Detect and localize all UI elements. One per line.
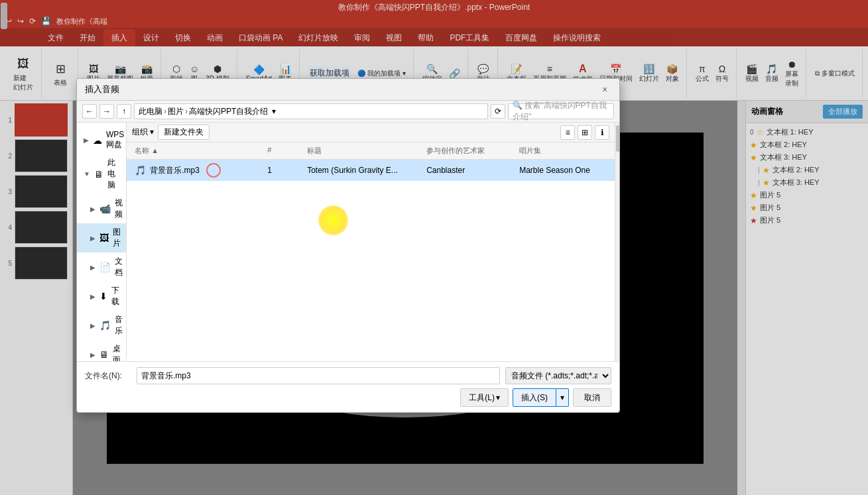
filename-input[interactable] [137,367,500,384]
filetype-select[interactable]: 音频文件 (*.adts;*.adt;*.aac;*... [505,367,611,384]
organize-button[interactable]: 组织 ▾ [132,127,154,138]
dialog-title-bar: 插入音频 × [77,79,619,101]
file-table: 🎵 背景音乐.mp3 1 Totem (Surkin Gravity E... … [127,160,615,361]
insert-button[interactable]: 插入(S) ▾ [513,388,569,407]
dialog-close-button[interactable]: × [598,83,611,96]
view-icon-button[interactable]: ⊞ [578,125,592,140]
sidebar-item-thispc[interactable]: ▼ 🖥 此电脑 [77,154,126,194]
col-album[interactable]: 唱片集 [517,144,609,157]
info-button[interactable]: ℹ [595,125,609,140]
insert-dropdown-arrow[interactable]: ▾ [556,389,568,406]
audio-file-icon: 🎵 [135,165,146,176]
dialog-sidebar: ▶ ☁ WPS网盘 ▼ 🖥 此电脑 ▶ 📹 视频 ▶ [77,123,127,361]
toolbar-right: ≡ ⊞ ℹ [560,125,609,140]
sidebar-item-music[interactable]: ▶ 🎵 音乐 [77,311,126,340]
toolbar-left: 组织 ▾ 新建文件夹 [132,125,210,140]
file-name-cell: 🎵 背景音乐.mp3 [132,162,265,179]
sidebar-item-documents[interactable]: ▶ 📄 文档 [77,252,126,282]
sidebar-item-desktop[interactable]: ▶ 🖥 桌面 [77,340,126,361]
file-title: Totem (Surkin Gravity E... [304,164,424,176]
file-table-header: 名称 # 标题 参与创作的艺术家 唱片集 [127,142,615,160]
sidebar-item-downloads[interactable]: ▶ ⬇ 下载 [77,282,126,311]
refresh-button[interactable]: ⟳ [491,104,505,119]
new-folder-button[interactable]: 新建文件夹 [158,125,210,140]
nav-back-button[interactable]: ← [82,104,97,119]
col-num[interactable]: # [265,144,304,157]
col-artist[interactable]: 参与创作的艺术家 [424,144,517,157]
search-box[interactable]: 🔍 搜索"高端快闪PPT自我介绍" [508,103,614,119]
file-album: Marble Season One [517,164,609,176]
sidebar-item-pictures[interactable]: ▶ 🖼 图片 [77,223,126,252]
dialog-scrollbar-thumb[interactable] [616,125,620,152]
file-num: 1 [265,164,304,176]
sidebar-item-wps[interactable]: ▶ ☁ WPS网盘 [77,127,126,154]
col-name[interactable]: 名称 [132,144,265,157]
breadcrumb-pictures: 图片 [168,106,184,117]
filename-label: 文件名(N): [85,370,131,382]
sidebar-item-videos[interactable]: ▶ 📹 视频 [77,194,126,223]
nav-up-button[interactable]: ↑ [117,104,131,119]
cancel-button[interactable]: 取消 [573,388,611,407]
footer-buttons-row: 工具(L) ▾ 插入(S) ▾ 取消 [85,388,611,407]
address-bar[interactable]: 此电脑 › 图片 › 高端快闪PPT自我介绍 ▾ [134,103,488,119]
breadcrumb-dropdown[interactable]: ▾ [272,107,276,116]
col-title[interactable]: 标题 [304,144,424,157]
file-name: 背景音乐.mp3 [150,165,200,176]
dialog-overlay: 插入音频 × ← → ↑ 此电脑 › 图片 › 高端快闪PPT自我介绍 ▾ ⟳ … [0,0,868,495]
file-row-bgmusic[interactable]: 🎵 背景音乐.mp3 1 Totem (Surkin Gravity E... … [127,160,615,181]
dialog-body: ▶ ☁ WPS网盘 ▼ 🖥 此电脑 ▶ 📹 视频 ▶ [77,123,619,361]
file-list-area: 组织 ▾ 新建文件夹 ≡ ⊞ ℹ 名称 # 标题 参与创作的艺术家 唱片集 [127,123,615,361]
nav-forward-button[interactable]: → [99,104,114,119]
view-list-button[interactable]: ≡ [560,125,575,140]
insert-audio-dialog: 插入音频 × ← → ↑ 此电脑 › 图片 › 高端快闪PPT自我介绍 ▾ ⟳ … [76,78,620,413]
dialog-toolbar: ← → ↑ 此电脑 › 图片 › 高端快闪PPT自我介绍 ▾ ⟳ 🔍 搜索"高端… [77,101,619,123]
dialog-title-text: 插入音频 [85,83,119,95]
dialog-footer: 文件名(N): 音频文件 (*.adts;*.adt;*.aac;*... 工具… [77,361,619,412]
circle-indicator [206,163,221,178]
file-artist: Canblaster [424,164,517,176]
tools-button[interactable]: 工具(L) ▾ [460,388,509,407]
breadcrumb-folder: 高端快闪PPT自我介绍 [189,106,268,117]
breadcrumb: 此电脑 › 图片 › 高端快闪PPT自我介绍 ▾ [139,106,276,117]
insert-main-label[interactable]: 插入(S) [513,389,556,406]
file-list-toolbar: 组织 ▾ 新建文件夹 ≡ ⊞ ℹ [127,123,615,142]
footer-filename-row: 文件名(N): 音频文件 (*.adts;*.adt;*.aac;*... [85,367,611,384]
breadcrumb-computer: 此电脑 [139,106,162,117]
dialog-scrollbar[interactable] [615,123,619,361]
